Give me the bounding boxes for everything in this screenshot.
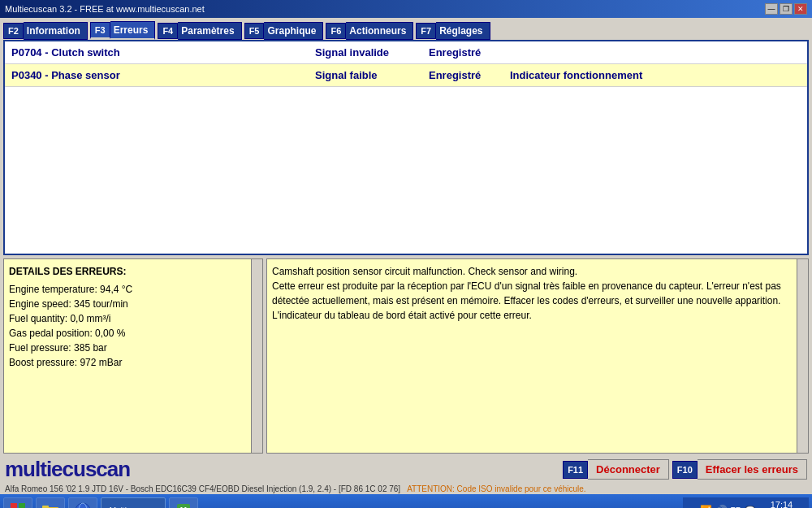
error-indicator-p0340: Indicateur fonctionnement (503, 64, 807, 86)
detail-line-1: Engine temperature: 94,4 °C (9, 282, 257, 297)
tab-reglages[interactable]: F7 Réglages (416, 21, 490, 40)
tab-key-f6: F6 (326, 23, 346, 39)
clock-time: 17:14 (759, 499, 804, 508)
description-text: Camshaft position sensor circuit malfunc… (272, 264, 803, 323)
tab-label-information: Information (24, 22, 88, 40)
logo-text: multiecuscan (5, 457, 130, 481)
error-row-p0704[interactable]: P0704 - Clutch switch Signal invalide En… (5, 41, 807, 64)
error-list-panel[interactable]: P0704 - Clutch switch Signal invalide En… (3, 40, 809, 255)
error-code-desc-p0704: P0704 - Clutch switch (5, 41, 309, 63)
start-button[interactable] (3, 497, 32, 508)
error-signal-p0340: Signal faible (309, 64, 422, 86)
title-bar-title: Multiecuscan 3.2 - FREE at www.multiecus… (5, 4, 205, 14)
description-panel[interactable]: Camshaft position sensor circuit malfunc… (266, 258, 809, 454)
taskbar-clock: 17:14 09/09/2016 (759, 499, 804, 508)
disconnect-label: Déconnecter (588, 459, 669, 480)
status-warning: ATTENTION: Code ISO invalide pour ce véh… (407, 484, 585, 493)
taskbar-extra-icon[interactable]: M (169, 497, 198, 508)
clear-errors-button[interactable]: F10 Effacer les erreurs (672, 459, 807, 480)
app-title: Multiecuscan 3.2 - FREE at www.multiecus… (5, 4, 205, 14)
details-panel[interactable]: DETAILS DES ERREURS: Engine temperature:… (3, 258, 263, 454)
bottom-panels: DETAILS DES ERREURS: Engine temperature:… (3, 258, 809, 454)
left-panel-scrollbar[interactable] (251, 259, 262, 453)
status-bar: Alfa Romeo 156 '02 1.9 JTD 16V - Bosch E… (0, 484, 812, 494)
detail-line-2: Engine speed: 345 tour/min (9, 297, 257, 311)
right-panel-scrollbar[interactable] (797, 259, 808, 453)
tray-network-icon: 📶 (700, 505, 712, 508)
minimize-button[interactable]: — (765, 3, 778, 15)
tab-label-graphique: Graphique (264, 22, 323, 40)
tab-key-f4: F4 (158, 23, 178, 39)
tab-label-parametres: Paramètres (178, 22, 241, 40)
svg-rect-0 (11, 503, 17, 508)
error-row-p0340[interactable]: P0340 - Phase sensor Signal faible Enreg… (5, 64, 807, 87)
error-status-p0704: Enregistré (422, 41, 503, 63)
tray-sound-icon: 🔊 (715, 505, 728, 508)
svg-rect-1 (19, 503, 25, 508)
detail-line-5: Fuel pressure: 385 bar (9, 341, 257, 355)
close-button[interactable]: ✕ (794, 3, 807, 15)
restore-button[interactable]: ❐ (780, 3, 793, 15)
title-bar-controls[interactable]: — ❐ ✕ (765, 3, 807, 15)
system-tray: ▲ 📶 🔊 FR 💬 17:14 09/09/2016 (683, 497, 809, 508)
tab-label-reglages: Réglages (436, 22, 490, 40)
error-signal-p0704: Signal invalide (309, 41, 422, 63)
error-code-desc-p0340: P0340 - Phase sensor (5, 64, 309, 86)
tab-information[interactable]: F2 Information (3, 21, 88, 40)
clear-key: F10 (672, 461, 698, 479)
tab-key-f3: F3 (90, 22, 110, 39)
tab-label-erreurs: Erreurs (110, 21, 156, 40)
app-logo: multiecuscan (5, 457, 130, 482)
detail-line-4: Gas pedal position: 0,00 % (9, 326, 257, 341)
tab-actionneurs[interactable]: F6 Actionneurs (326, 21, 413, 40)
error-indicator-p0704 (503, 48, 807, 58)
tab-key-f5: F5 (244, 23, 265, 39)
svg-point-6 (76, 503, 90, 508)
tab-key-f2: F2 (3, 23, 24, 39)
title-bar: Multiecuscan 3.2 - FREE at www.multiecus… (0, 0, 812, 18)
menu-bar: F2 Information F3 Erreurs F4 Paramètres … (0, 18, 812, 40)
tab-erreurs[interactable]: F3 Erreurs (90, 21, 156, 40)
error-status-p0340: Enregistré (422, 64, 503, 86)
tab-graphique[interactable]: F5 Graphique (244, 21, 324, 40)
tab-label-actionneurs: Actionneurs (346, 22, 413, 40)
tab-key-f7: F7 (416, 23, 436, 39)
vehicle-info: Alfa Romeo 156 '02 1.9 JTD 16V - Bosch E… (5, 484, 400, 493)
disconnect-key: F11 (563, 461, 588, 479)
detail-line-6: Boost pressure: 972 mBar (9, 355, 257, 370)
taskbar-folder-icon[interactable] (36, 497, 65, 508)
tab-parametres[interactable]: F4 Paramètres (158, 21, 241, 40)
disconnect-button[interactable]: F11 Déconnecter (563, 459, 669, 480)
footer-buttons: F11 Déconnecter F10 Effacer les erreurs (563, 459, 807, 480)
tray-notify-icon: 💬 (745, 506, 756, 509)
details-panel-title: DETAILS DES ERREURS: (9, 264, 257, 279)
taskbar: Multiecuscan M ▲ 📶 🔊 FR 💬 17:14 09/09/20… (0, 494, 812, 508)
active-app-button[interactable]: Multiecuscan (101, 497, 166, 508)
taskbar-browser-icon[interactable] (68, 497, 97, 508)
taskbar-left: Multiecuscan M (3, 497, 198, 508)
detail-line-3: Fuel quantity: 0,0 mm³/i (9, 311, 257, 326)
clear-label: Effacer les erreurs (698, 459, 807, 480)
